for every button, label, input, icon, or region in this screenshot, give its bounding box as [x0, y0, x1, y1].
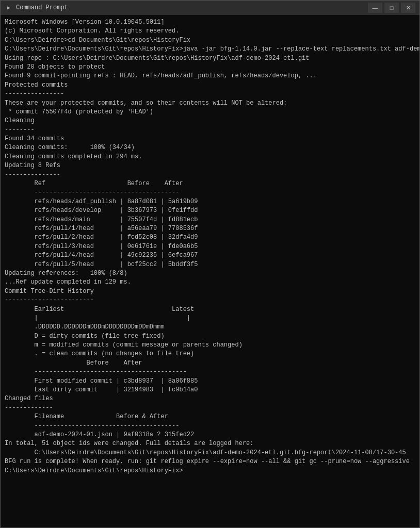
terminal-line: D = dirty commits (file tree fixed)	[5, 332, 415, 341]
terminal-line: Filename Before & After	[5, 412, 415, 421]
window-title: Command Prompt	[16, 4, 368, 11]
terminal-line: .DDDDDD.DDDDDDmDDDmDDDDDDDDmDDmDmmm	[5, 323, 415, 332]
terminal-line: C:\Users\Deirdre\Documents\Git\repos\His…	[5, 449, 415, 457]
terminal-line: Updating references: 100% (8/8)	[5, 269, 415, 278]
terminal-line: Commit Tree-Dirt History	[5, 287, 415, 296]
terminal-line: refs/pull/5/head | bcf25cc2 | 5bddf3f5	[5, 260, 415, 269]
terminal-line: Found 9 commit-pointing refs : HEAD, ref…	[5, 72, 415, 80]
title-bar: ▶ Command Prompt — □ ✕	[1, 1, 419, 15]
close-button[interactable]: ✕	[401, 3, 415, 13]
terminal-line: ---------------	[5, 171, 415, 179]
terminal-line: refs/heads/adf_publish | 8a87d081 | 5a61…	[5, 197, 415, 206]
window-controls: — □ ✕	[368, 3, 415, 13]
minimize-button[interactable]: —	[368, 3, 382, 13]
terminal-line: Earliest Latest	[5, 305, 415, 314]
terminal-line: BFG run is complete! When ready, run: gi…	[5, 457, 415, 466]
terminal-line: ---------------------------------------	[5, 422, 415, 431]
terminal-line: refs/heads/main | 75507f4d | fd881ecb	[5, 216, 415, 224]
terminal-line: Found 20 objects to protect	[5, 63, 415, 72]
terminal-line: Last dirty commit | 32194983 | fc9b14a0	[5, 386, 415, 394]
command-prompt-window: ▶ Command Prompt — □ ✕ Microsoft Windows…	[0, 0, 420, 528]
terminal-line: Found 34 commits	[5, 135, 415, 143]
terminal-line: refs/pull/1/head | a56eaa79 | 7708536f	[5, 224, 415, 233]
terminal-line: refs/pull/3/head | 0e61761e | fde0a6b5	[5, 242, 415, 251]
terminal-line: Microsoft Windows [Version 10.0.19045.50…	[5, 18, 415, 27]
terminal-line: adf-demo-2024-01.json | 9af0318a ? 315fe…	[5, 431, 415, 439]
terminal-line: Protected commits	[5, 81, 415, 90]
terminal-line: C:\Users\Deirdre>cd Documents\Git\repos\…	[5, 36, 415, 45]
terminal-line: ------------------------	[5, 296, 415, 305]
terminal-line: Cleaning commits completed in 294 ms.	[5, 153, 415, 161]
terminal-line: refs/pull/2/head | fcd52c08 | 32dfa4d9	[5, 233, 415, 242]
terminal-line: In total, 51 object ids were changed. Fu…	[5, 439, 415, 448]
terminal-line: Before After	[5, 359, 415, 368]
terminal-line: --------	[5, 126, 415, 135]
terminal-line: m = modified commits (commit message or …	[5, 341, 415, 350]
terminal-line: ----------------	[5, 90, 415, 98]
terminal-line: | |	[5, 314, 415, 323]
terminal-line: ...Ref update completed in 129 ms.	[5, 278, 415, 287]
terminal-line: * commit 75507f4d (protected by 'HEAD')	[5, 108, 415, 117]
app-icon: ▶	[5, 4, 13, 12]
terminal-line: refs/pull/4/head | 49c92235 | 6efca967	[5, 251, 415, 260]
terminal-line: Updating 8 Refs	[5, 161, 415, 170]
terminal-line: First modified commit | c3bd8937 | 8a06f…	[5, 377, 415, 386]
maximize-button[interactable]: □	[384, 3, 399, 13]
terminal-line: C:\Users\Deirdre\Documents\Git\repos\His…	[5, 467, 415, 475]
terminal-line: Ref Before After	[5, 179, 415, 188]
terminal-line: refs/heads/develop | 3b367973 | 0fe1ffdd	[5, 206, 415, 215]
terminal-line: These are your protected commits, and so…	[5, 99, 415, 108]
terminal-line: (c) Microsoft Corporation. All rights re…	[5, 27, 415, 36]
terminal-line: -------------	[5, 404, 415, 412]
terminal-line: . = clean commits (no changes to file tr…	[5, 350, 415, 358]
terminal-line: C:\Users\Deirdre\Documents\Git\repos\His…	[5, 45, 415, 54]
terminal-line: Using repo : C:\Users\Deirdre\Documents\…	[5, 54, 415, 63]
terminal-line: ---------------------------------------	[5, 188, 415, 197]
terminal-line: ----------------------------------------…	[5, 368, 415, 376]
terminal-line: Cleaning commits: 100% (34/34)	[5, 143, 415, 152]
terminal-line: Cleaning	[5, 117, 415, 125]
window: ▶ Command Prompt — □ ✕ Microsoft Windows…	[0, 0, 420, 528]
terminal-line: Changed files	[5, 394, 415, 403]
terminal-output: Microsoft Windows [Version 10.0.19045.50…	[1, 15, 419, 527]
